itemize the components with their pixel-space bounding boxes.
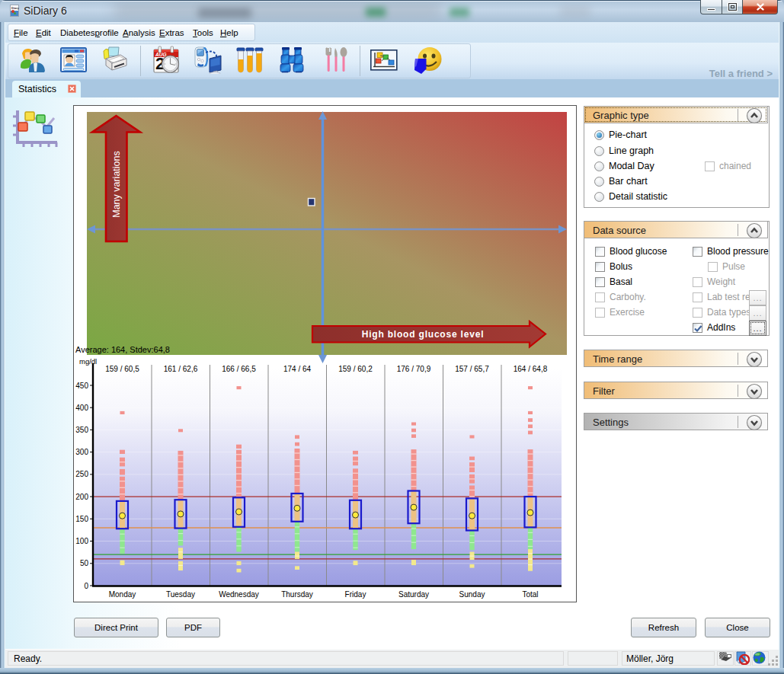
svg-text:157 / 65,7: 157 / 65,7 [455, 365, 489, 373]
svg-text:mg/dl: mg/dl [79, 357, 97, 366]
svg-text:174 / 64: 174 / 64 [283, 365, 312, 373]
svg-text:Many variations: Many variations [111, 151, 122, 218]
svg-text:200: 200 [75, 493, 88, 501]
svg-text:166 / 66,5: 166 / 66,5 [222, 365, 256, 373]
svg-text:300: 300 [75, 448, 88, 456]
svg-text:Friday: Friday [345, 590, 366, 599]
svg-text:450: 450 [75, 382, 88, 390]
svg-text:159 / 60,2: 159 / 60,2 [338, 365, 373, 373]
svg-text:High blood glucose level: High blood glucose level [362, 329, 485, 340]
svg-text:Monday: Monday [109, 590, 136, 599]
svg-text:250: 250 [75, 470, 88, 478]
svg-text:Saturday: Saturday [398, 590, 429, 599]
svg-text:161 / 62,6: 161 / 62,6 [164, 365, 198, 373]
svg-text:400: 400 [75, 404, 88, 412]
svg-text:Tuesday: Tuesday [166, 590, 195, 599]
svg-text:100: 100 [75, 537, 88, 545]
svg-text:Sunday: Sunday [459, 590, 485, 599]
svg-text:150: 150 [75, 515, 88, 523]
svg-text:Average: 164, Stdev:64,8: Average: 164, Stdev:64,8 [75, 345, 170, 354]
svg-text:0: 0 [84, 582, 88, 590]
svg-text:159 / 60,5: 159 / 60,5 [105, 365, 139, 373]
svg-text:350: 350 [75, 426, 88, 434]
svg-text:164 / 64,8: 164 / 64,8 [514, 365, 548, 373]
svg-text:Wednesday: Wednesday [219, 590, 259, 599]
svg-text:176 / 70,9: 176 / 70,9 [397, 365, 431, 373]
svg-text:Total: Total [522, 590, 538, 599]
svg-text:Thursday: Thursday [281, 590, 313, 599]
svg-text:50: 50 [80, 559, 89, 567]
